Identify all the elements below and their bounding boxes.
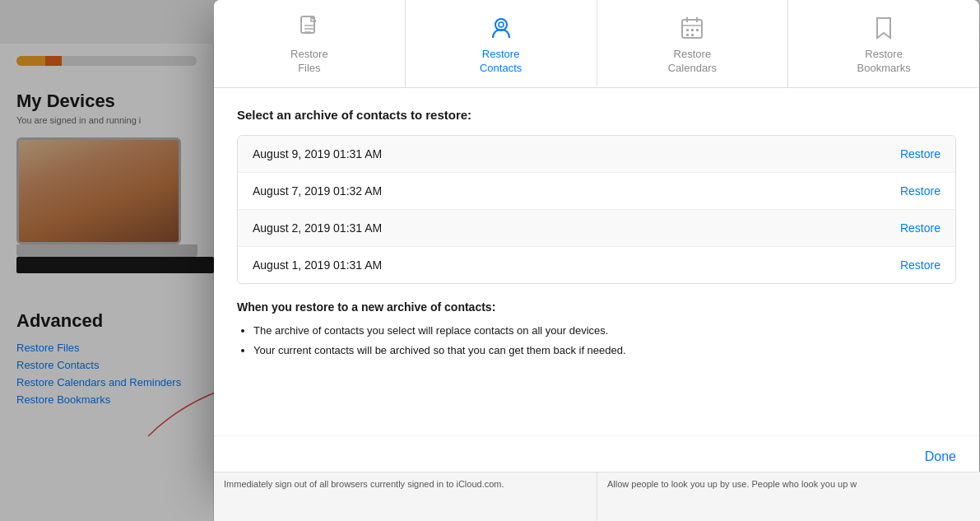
- svg-rect-12: [691, 29, 694, 31]
- archive-row: August 1, 2019 01:31 AM Restore: [238, 247, 955, 283]
- tab-restore-bookmarks[interactable]: RestoreBookmarks: [788, 0, 979, 87]
- notes-list: The archive of contacts you select will …: [237, 323, 956, 358]
- tab-files-label: RestoreFiles: [290, 48, 328, 76]
- notes-title: When you restore to a new archive of con…: [237, 300, 956, 314]
- svg-rect-14: [686, 34, 689, 36]
- modal: RestoreFiles RestoreContacts: [214, 0, 979, 477]
- contacts-icon: [486, 13, 516, 43]
- svg-rect-13: [696, 29, 699, 31]
- modal-tabs: RestoreFiles RestoreContacts: [214, 0, 979, 88]
- restore-button-2[interactable]: Restore: [900, 184, 941, 198]
- notes-section: When you restore to a new archive of con…: [237, 300, 956, 358]
- archive-table: August 9, 2019 01:31 AM Restore August 7…: [237, 135, 956, 284]
- page-footer: Immediately sign out of all browsers cur…: [214, 472, 980, 521]
- calendar-icon: [677, 13, 707, 43]
- restore-button-3[interactable]: Restore: [900, 221, 941, 235]
- archive-row: August 9, 2019 01:31 AM Restore: [238, 136, 955, 173]
- note-item-2: Your current contacts will be archived s…: [253, 343, 956, 358]
- bookmarks-icon: [869, 13, 899, 43]
- tab-calendars-label: RestoreCalendars: [668, 48, 717, 76]
- restore-button-1[interactable]: Restore: [900, 147, 941, 160]
- tab-restore-contacts[interactable]: RestoreContacts: [406, 0, 597, 87]
- svg-rect-15: [691, 34, 694, 36]
- archive-row: August 7, 2019 01:32 AM Restore: [238, 173, 955, 210]
- tab-restore-files[interactable]: RestoreFiles: [214, 0, 406, 87]
- archive-title: Select an archive of contacts to restore…: [237, 108, 956, 122]
- file-icon: [295, 13, 324, 43]
- modal-body: Select an archive of contacts to restore…: [214, 88, 979, 383]
- tab-restore-calendars[interactable]: RestoreCalendars: [597, 0, 789, 87]
- svg-rect-11: [686, 29, 689, 31]
- svg-point-5: [495, 19, 507, 30]
- footer-cell-2: Allow people to look you up by use. Peop…: [597, 472, 980, 521]
- restore-button-4[interactable]: Restore: [900, 258, 941, 272]
- archive-row: August 2, 2019 01:31 AM Restore: [238, 210, 955, 247]
- tab-bookmarks-label: RestoreBookmarks: [857, 48, 911, 76]
- tab-contacts-label: RestoreContacts: [480, 48, 522, 76]
- archive-date-4: August 1, 2019 01:31 AM: [253, 258, 382, 272]
- footer-cell-1: Immediately sign out of all browsers cur…: [214, 472, 597, 521]
- note-item-1: The archive of contacts you select will …: [253, 323, 956, 338]
- archive-date-2: August 7, 2019 01:32 AM: [253, 184, 382, 198]
- archive-date-3: August 2, 2019 01:31 AM: [253, 221, 382, 235]
- svg-point-6: [499, 22, 504, 27]
- archive-date-1: August 9, 2019 01:31 AM: [253, 147, 382, 160]
- done-button[interactable]: Done: [925, 449, 956, 464]
